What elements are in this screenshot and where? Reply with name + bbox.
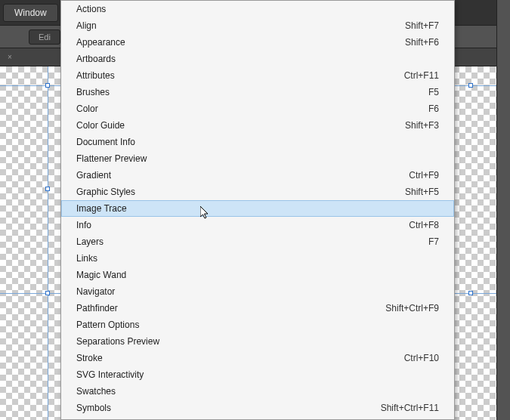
menu-item-label: Attributes [76,70,115,81]
menu-item-label: Info [76,220,91,230]
menu-item-label: SVG Interactivity [76,369,144,380]
menu-item-svg-interactivity[interactable]: SVG Interactivity [61,366,454,383]
menu-item-shortcut: Shift+Ctrl+F11 [381,403,439,413]
menu-item-actions[interactable]: Actions [61,1,454,17]
menu-item-label: Actions [76,4,106,14]
menu-item-transform[interactable]: TransformShift+F8 [61,416,454,420]
menu-item-shortcut: Ctrl+F9 [409,170,439,181]
menu-item-color-guide[interactable]: Color GuideShift+F3 [61,117,454,134]
menu-item-pathfinder[interactable]: PathfinderShift+Ctrl+F9 [61,300,454,317]
menu-item-shortcut: Shift+F5 [405,187,439,197]
menu-item-flattener-preview[interactable]: Flattener Preview [61,150,454,167]
menu-item-label: Graphic Styles [76,187,135,197]
menu-item-label: Pattern Options [76,320,139,330]
menu-item-shortcut: F6 [428,103,439,114]
menu-item-color[interactable]: ColorF6 [61,100,454,117]
menu-item-shortcut: F5 [428,87,439,97]
menu-item-stroke[interactable]: StrokeCtrl+F10 [61,350,454,366]
menu-item-label: Swatches [76,386,116,397]
menu-item-layers[interactable]: LayersF7 [61,233,454,250]
menu-item-shortcut: F7 [428,236,439,247]
menu-item-shortcut: Shift+Ctrl+F9 [385,303,439,313]
menu-item-align[interactable]: AlignShift+F7 [61,17,454,34]
menu-item-shortcut: Shift+F6 [405,37,439,48]
menu-item-label: Links [76,253,97,264]
menu-item-info[interactable]: InfoCtrl+F8 [61,217,454,233]
menu-item-label: Symbols [76,403,111,413]
menu-item-appearance[interactable]: AppearanceShift+F6 [61,34,454,51]
menu-item-label: Flattener Preview [76,153,147,164]
menu-item-label: Color [76,103,98,114]
document-tab[interactable]: × [0,48,17,66]
menu-item-brushes[interactable]: BrushesF5 [61,84,454,100]
menu-item-label: Image Trace [76,203,127,214]
menu-item-label: Magic Wand [76,270,126,280]
menu-item-label: Stroke [76,353,103,363]
edit-button[interactable]: Edi [29,29,60,45]
menu-item-shortcut: Ctrl+F11 [404,70,439,81]
menu-item-graphic-styles[interactable]: Graphic StylesShift+F5 [61,184,454,200]
right-panel-strip [496,0,510,420]
menu-item-label: Navigator [76,286,115,297]
menu-item-swatches[interactable]: Swatches [61,383,454,400]
menu-item-label: Layers [76,236,104,247]
menu-item-label: Color Guide [76,120,125,131]
menu-item-navigator[interactable]: Navigator [61,283,454,300]
menu-item-shortcut: Shift+F7 [405,20,439,31]
menu-item-separations-preview[interactable]: Separations Preview [61,333,454,350]
menu-item-attributes[interactable]: AttributesCtrl+F11 [61,67,454,84]
menu-item-symbols[interactable]: SymbolsShift+Ctrl+F11 [61,400,454,416]
menu-item-links[interactable]: Links [61,250,454,267]
menu-item-gradient[interactable]: GradientCtrl+F9 [61,167,454,184]
menu-item-label: Brushes [76,87,110,97]
menu-item-label: Appearance [76,37,125,48]
menu-item-shortcut: Shift+F3 [405,120,439,131]
menu-item-label: Align [76,20,97,31]
menu-item-label: Artboards [76,54,116,64]
menu-item-label: Gradient [76,170,111,181]
menu-item-pattern-options[interactable]: Pattern Options [61,317,454,333]
menu-item-image-trace[interactable]: Image Trace [61,200,454,217]
menu-item-document-info[interactable]: Document Info [61,134,454,150]
menu-item-shortcut: Ctrl+F8 [409,220,439,230]
menu-item-label: Document Info [76,137,135,147]
window-menu-button[interactable]: Window [3,4,58,22]
close-icon[interactable]: × [8,53,12,61]
menu-item-shortcut: Ctrl+F10 [404,353,439,363]
window-dropdown-menu: ActionsAlignShift+F7AppearanceShift+F6Ar… [60,0,455,420]
menu-item-magic-wand[interactable]: Magic Wand [61,267,454,283]
menu-item-label: Pathfinder [76,303,118,313]
menu-item-label: Separations Preview [76,336,159,347]
menu-item-artboards[interactable]: Artboards [61,51,454,67]
